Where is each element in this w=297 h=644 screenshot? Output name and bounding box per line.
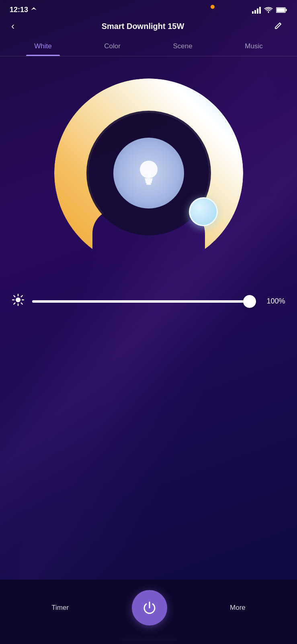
clock: 12:13: [10, 6, 28, 14]
brightness-track[interactable]: [32, 300, 255, 303]
brightness-fill: [32, 300, 255, 303]
svg-rect-10: [146, 183, 151, 185]
svg-point-11: [16, 297, 20, 302]
svg-line-17: [21, 303, 22, 304]
power-icon: [142, 601, 157, 615]
temperature-handle[interactable]: [189, 197, 218, 226]
svg-point-8: [140, 161, 158, 178]
more-button[interactable]: More: [222, 600, 254, 616]
bulb-icon: [137, 159, 160, 187]
power-button[interactable]: [132, 590, 167, 625]
bottom-bar: Timer More: [0, 580, 297, 644]
power-indicator[interactable]: [113, 138, 184, 208]
brightness-thumb[interactable]: [243, 295, 256, 308]
pencil-icon: [274, 21, 283, 30]
brightness-value: 100%: [263, 297, 285, 305]
signal-icon: [252, 6, 261, 14]
tab-scene[interactable]: Scene: [165, 38, 201, 56]
battery-icon: [276, 7, 287, 13]
page-title: Smart Downlight 15W: [102, 22, 184, 31]
svg-line-16: [14, 295, 15, 297]
svg-rect-2: [277, 8, 285, 12]
tab-color[interactable]: Color: [96, 38, 129, 56]
tab-music[interactable]: Music: [237, 38, 270, 56]
edit-button[interactable]: [271, 21, 286, 32]
timer-button[interactable]: Timer: [43, 600, 77, 616]
brightness-icon: [12, 294, 24, 309]
svg-line-18: [21, 295, 22, 297]
status-bar: 12:13: [0, 0, 297, 17]
tab-white[interactable]: White: [26, 38, 59, 56]
status-icons: [252, 6, 287, 14]
navigation-icon: [31, 7, 37, 13]
svg-rect-1: [286, 9, 287, 11]
status-time: 12:13: [10, 6, 37, 14]
back-button[interactable]: ‹: [11, 21, 14, 32]
svg-line-19: [14, 303, 15, 304]
sun-icon: [12, 294, 24, 306]
tabs: White Color Scene Music: [0, 38, 297, 56]
nav-bar: ‹ Smart Downlight 15W: [0, 17, 297, 38]
brightness-slider-section: 100%: [12, 294, 285, 309]
orange-dot: [211, 5, 215, 9]
svg-rect-9: [145, 182, 152, 183]
wifi-icon: [264, 7, 273, 13]
main-content: 100%: [0, 56, 297, 309]
temperature-arc[interactable]: [52, 76, 245, 270]
